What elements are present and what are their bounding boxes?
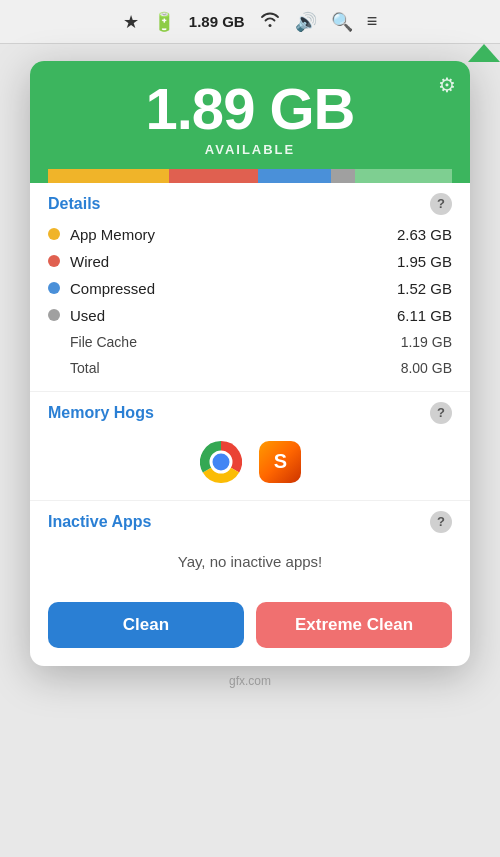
button-row: Clean Extreme Clean bbox=[30, 588, 470, 666]
detail-file-cache: File Cache 1.19 GB bbox=[48, 329, 452, 355]
dot-wired bbox=[48, 255, 60, 267]
value-app-memory: 2.63 GB bbox=[397, 226, 452, 243]
extreme-clean-button[interactable]: Extreme Clean bbox=[256, 602, 452, 648]
inactive-apps-header: Inactive Apps ? bbox=[48, 511, 452, 533]
bar-compressed bbox=[258, 169, 331, 183]
label-used: Used bbox=[70, 307, 105, 324]
label-wired: Wired bbox=[70, 253, 109, 270]
memory-hogs-title: Memory Hogs bbox=[48, 404, 154, 422]
card-header: ⚙ 1.89 GB AVAILABLE bbox=[30, 61, 470, 183]
battery-icon: 🔋 bbox=[153, 11, 175, 33]
bar-wired bbox=[169, 169, 258, 183]
gear-button[interactable]: ⚙ bbox=[438, 73, 456, 97]
value-file-cache: 1.19 GB bbox=[401, 334, 452, 350]
card-body: Details ? App Memory 2.63 GB Wired 1.95 … bbox=[30, 183, 470, 666]
memory-bar bbox=[48, 169, 452, 183]
detail-used: Used 6.11 GB bbox=[48, 302, 452, 329]
details-title: Details bbox=[48, 195, 100, 213]
inactive-apps-message: Yay, no inactive apps! bbox=[48, 539, 452, 578]
label-compressed: Compressed bbox=[70, 280, 155, 297]
label-app-memory: App Memory bbox=[70, 226, 155, 243]
inactive-apps-title: Inactive Apps bbox=[48, 513, 151, 531]
menu-icon: ≡ bbox=[367, 11, 378, 32]
memory-hogs-section: Memory Hogs ? bbox=[30, 392, 470, 501]
inactive-apps-section: Inactive Apps ? Yay, no inactive apps! bbox=[30, 501, 470, 588]
popup-arrow bbox=[468, 44, 500, 62]
star-icon: ★ bbox=[123, 11, 139, 33]
memory-label: 1.89 GB bbox=[189, 13, 245, 30]
inactive-apps-help-button[interactable]: ? bbox=[430, 511, 452, 533]
dot-compressed bbox=[48, 282, 60, 294]
available-label: AVAILABLE bbox=[48, 142, 452, 157]
detail-wired: Wired 1.95 GB bbox=[48, 248, 452, 275]
chrome-app-icon[interactable] bbox=[199, 440, 243, 484]
details-help-button[interactable]: ? bbox=[430, 193, 452, 215]
hogs-icons-row: S bbox=[48, 430, 452, 490]
wifi-icon bbox=[259, 11, 281, 32]
dot-app-memory bbox=[48, 228, 60, 240]
menubar: ★ 🔋 1.89 GB 🔊 🔍 ≡ bbox=[0, 0, 500, 44]
bar-app-memory bbox=[48, 169, 169, 183]
value-total: 8.00 GB bbox=[401, 360, 452, 376]
bar-free bbox=[355, 169, 452, 183]
available-gb: 1.89 GB bbox=[48, 79, 452, 140]
svg-point-3 bbox=[214, 455, 228, 469]
volume-icon: 🔊 bbox=[295, 11, 317, 33]
memory-hogs-header: Memory Hogs ? bbox=[48, 402, 452, 424]
label-total: Total bbox=[48, 360, 100, 376]
clean-button[interactable]: Clean bbox=[48, 602, 244, 648]
memory-card: ⚙ 1.89 GB AVAILABLE Details ? App Memory bbox=[30, 61, 470, 666]
details-section: Details ? App Memory 2.63 GB Wired 1.95 … bbox=[30, 183, 470, 392]
footer: gfx.com bbox=[229, 674, 271, 688]
value-used: 6.11 GB bbox=[397, 307, 452, 324]
value-compressed: 1.52 GB bbox=[397, 280, 452, 297]
sublime-app-icon[interactable]: S bbox=[259, 441, 301, 483]
detail-app-memory: App Memory 2.63 GB bbox=[48, 221, 452, 248]
label-file-cache: File Cache bbox=[48, 334, 137, 350]
detail-compressed: Compressed 1.52 GB bbox=[48, 275, 452, 302]
search-icon: 🔍 bbox=[331, 11, 353, 33]
dot-used bbox=[48, 309, 60, 321]
bar-used bbox=[331, 169, 355, 183]
detail-total: Total 8.00 GB bbox=[48, 355, 452, 381]
value-wired: 1.95 GB bbox=[397, 253, 452, 270]
memory-hogs-help-button[interactable]: ? bbox=[430, 402, 452, 424]
details-header: Details ? bbox=[48, 193, 452, 215]
